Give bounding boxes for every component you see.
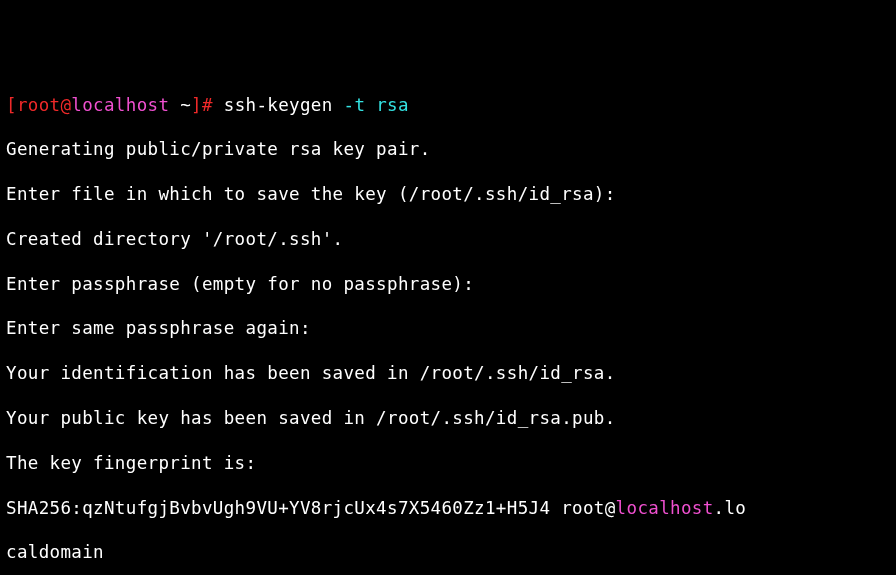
output-line: The key fingerprint is: <box>6 452 890 474</box>
output-line: Enter passphrase (empty for no passphras… <box>6 273 890 295</box>
output-line: Your public key has been saved in /root/… <box>6 407 890 429</box>
output-line: Created directory '/root/.ssh'. <box>6 228 890 250</box>
prompt-line[interactable]: [root@localhost ~]# ssh-keygen -t rsa <box>6 94 890 116</box>
fingerprint-host: localhost <box>616 498 714 518</box>
output-line: caldomain <box>6 541 890 563</box>
prompt-hash: ]# <box>191 95 224 115</box>
output-line: Enter file in which to save the key (/ro… <box>6 183 890 205</box>
prompt-host: localhost <box>71 95 169 115</box>
output-line: Generating public/private rsa key pair. <box>6 138 890 160</box>
prompt-cwd: ~ <box>169 95 191 115</box>
prompt-user: root <box>17 95 61 115</box>
fingerprint-prefix: SHA256:qzNtufgjBvbvUgh9VU+YV8rjcUx4s7X54… <box>6 498 616 518</box>
prompt-lbracket: [ <box>6 95 17 115</box>
output-line: Enter same passphrase again: <box>6 317 890 339</box>
fingerprint-suffix: .lo <box>714 498 747 518</box>
cmd-arg: rsa <box>365 95 409 115</box>
prompt-at: @ <box>60 95 71 115</box>
output-line: Your identification has been saved in /r… <box>6 362 890 384</box>
cmd-flag: -t <box>344 95 366 115</box>
fingerprint-line: SHA256:qzNtufgjBvbvUgh9VU+YV8rjcUx4s7X54… <box>6 497 890 519</box>
cmd-name: ssh-keygen <box>224 95 344 115</box>
